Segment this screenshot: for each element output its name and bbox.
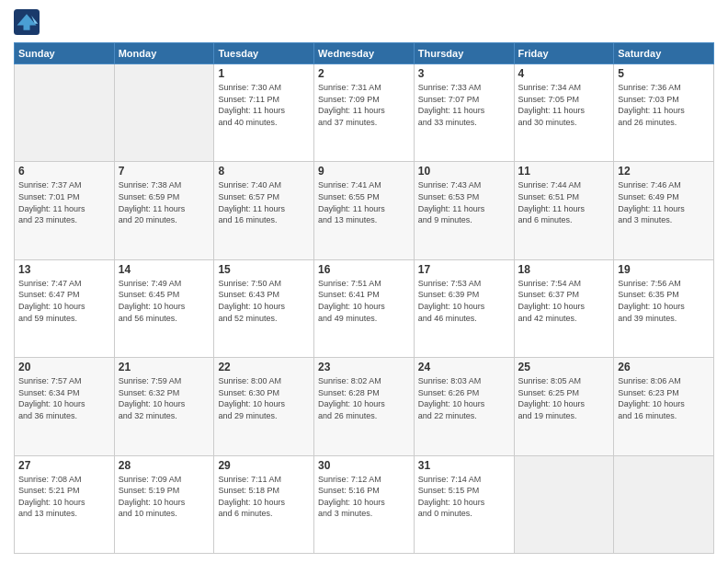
day-cell: 15Sunrise: 7:50 AMSunset: 6:43 PMDayligh…	[214, 259, 314, 357]
day-cell	[15, 64, 115, 162]
day-cell: 28Sunrise: 7:09 AMSunset: 5:19 PMDayligh…	[114, 455, 214, 553]
weekday-thursday: Thursday	[414, 43, 514, 64]
day-info: Sunrise: 7:44 AMSunset: 6:51 PMDaylight:…	[518, 179, 610, 225]
day-number: 29	[218, 459, 310, 472]
week-row-4: 20Sunrise: 7:57 AMSunset: 6:34 PMDayligh…	[15, 358, 714, 455]
day-number: 30	[318, 459, 410, 472]
day-cell: 8Sunrise: 7:40 AMSunset: 6:57 PMDaylight…	[214, 162, 314, 259]
day-info: Sunrise: 7:47 AMSunset: 6:47 PMDaylight:…	[18, 278, 110, 324]
day-info: Sunrise: 7:54 AMSunset: 6:37 PMDaylight:…	[518, 278, 610, 324]
day-number: 10	[418, 165, 510, 178]
day-info: Sunrise: 7:36 AMSunset: 7:03 PMDaylight:…	[618, 82, 710, 128]
week-row-3: 13Sunrise: 7:47 AMSunset: 6:47 PMDayligh…	[15, 259, 714, 357]
day-number: 9	[318, 165, 410, 178]
day-info: Sunrise: 7:34 AMSunset: 7:05 PMDaylight:…	[518, 82, 610, 128]
day-info: Sunrise: 7:49 AMSunset: 6:45 PMDaylight:…	[119, 278, 210, 324]
weekday-wednesday: Wednesday	[314, 43, 415, 64]
day-number: 13	[18, 263, 110, 276]
day-cell: 11Sunrise: 7:44 AMSunset: 6:51 PMDayligh…	[514, 162, 614, 259]
day-info: Sunrise: 7:37 AMSunset: 7:01 PMDaylight:…	[18, 179, 110, 225]
day-number: 16	[318, 263, 410, 276]
weekday-header-row: SundayMondayTuesdayWednesdayThursdayFrid…	[15, 43, 714, 64]
logo	[14, 9, 43, 35]
day-info: Sunrise: 7:40 AMSunset: 6:57 PMDaylight:…	[218, 179, 310, 225]
day-number: 23	[318, 361, 410, 373]
day-cell: 3Sunrise: 7:33 AMSunset: 7:07 PMDaylight…	[414, 64, 514, 162]
day-info: Sunrise: 7:08 AMSunset: 5:21 PMDaylight:…	[18, 474, 110, 520]
day-number: 4	[518, 67, 610, 80]
day-number: 7	[119, 165, 210, 178]
day-info: Sunrise: 7:46 AMSunset: 6:49 PMDaylight:…	[618, 179, 710, 225]
day-info: Sunrise: 7:53 AMSunset: 6:39 PMDaylight:…	[418, 278, 510, 324]
day-cell: 31Sunrise: 7:14 AMSunset: 5:15 PMDayligh…	[414, 455, 514, 553]
day-cell: 26Sunrise: 8:06 AMSunset: 6:23 PMDayligh…	[614, 358, 714, 455]
day-info: Sunrise: 7:09 AMSunset: 5:19 PMDaylight:…	[119, 474, 210, 520]
weekday-sunday: Sunday	[15, 43, 115, 64]
day-number: 20	[18, 361, 110, 373]
day-info: Sunrise: 8:00 AMSunset: 6:30 PMDaylight:…	[218, 375, 310, 421]
weekday-friday: Friday	[514, 43, 614, 64]
weekday-saturday: Saturday	[614, 43, 714, 64]
day-number: 3	[418, 67, 510, 80]
day-info: Sunrise: 7:57 AMSunset: 6:34 PMDaylight:…	[18, 375, 110, 421]
day-info: Sunrise: 7:59 AMSunset: 6:32 PMDaylight:…	[119, 375, 210, 421]
day-info: Sunrise: 7:31 AMSunset: 7:09 PMDaylight:…	[318, 82, 410, 128]
day-cell: 21Sunrise: 7:59 AMSunset: 6:32 PMDayligh…	[114, 358, 214, 455]
day-info: Sunrise: 8:02 AMSunset: 6:28 PMDaylight:…	[318, 375, 410, 421]
day-number: 28	[119, 459, 210, 472]
day-cell	[114, 64, 214, 162]
day-cell	[614, 455, 714, 553]
logo-icon	[14, 9, 40, 35]
day-number: 2	[318, 67, 410, 80]
day-number: 19	[618, 263, 710, 276]
day-cell: 16Sunrise: 7:51 AMSunset: 6:41 PMDayligh…	[314, 259, 415, 357]
day-number: 27	[18, 459, 110, 472]
day-number: 21	[119, 361, 210, 373]
day-cell: 24Sunrise: 8:03 AMSunset: 6:26 PMDayligh…	[414, 358, 514, 455]
day-number: 26	[618, 361, 710, 373]
day-info: Sunrise: 8:03 AMSunset: 6:26 PMDaylight:…	[418, 375, 510, 421]
day-number: 8	[218, 165, 310, 178]
day-number: 6	[18, 165, 110, 178]
day-cell: 1Sunrise: 7:30 AMSunset: 7:11 PMDaylight…	[214, 64, 314, 162]
day-cell: 10Sunrise: 7:43 AMSunset: 6:53 PMDayligh…	[414, 162, 514, 259]
day-info: Sunrise: 7:30 AMSunset: 7:11 PMDaylight:…	[218, 82, 310, 128]
week-row-2: 6Sunrise: 7:37 AMSunset: 7:01 PMDaylight…	[15, 162, 714, 259]
header	[14, 9, 714, 35]
day-cell: 4Sunrise: 7:34 AMSunset: 7:05 PMDaylight…	[514, 64, 614, 162]
day-info: Sunrise: 7:14 AMSunset: 5:15 PMDaylight:…	[418, 474, 510, 520]
day-cell: 2Sunrise: 7:31 AMSunset: 7:09 PMDaylight…	[314, 64, 415, 162]
day-cell: 14Sunrise: 7:49 AMSunset: 6:45 PMDayligh…	[114, 259, 214, 357]
weekday-tuesday: Tuesday	[214, 43, 314, 64]
day-info: Sunrise: 7:50 AMSunset: 6:43 PMDaylight:…	[218, 278, 310, 324]
day-cell: 25Sunrise: 8:05 AMSunset: 6:25 PMDayligh…	[514, 358, 614, 455]
day-info: Sunrise: 7:33 AMSunset: 7:07 PMDaylight:…	[418, 82, 510, 128]
day-info: Sunrise: 7:51 AMSunset: 6:41 PMDaylight:…	[318, 278, 410, 324]
day-info: Sunrise: 7:41 AMSunset: 6:55 PMDaylight:…	[318, 179, 410, 225]
day-info: Sunrise: 8:06 AMSunset: 6:23 PMDaylight:…	[618, 375, 710, 421]
day-cell	[514, 455, 614, 553]
day-number: 14	[119, 263, 210, 276]
day-number: 18	[518, 263, 610, 276]
day-cell: 13Sunrise: 7:47 AMSunset: 6:47 PMDayligh…	[15, 259, 115, 357]
day-number: 1	[218, 67, 310, 80]
day-number: 22	[218, 361, 310, 373]
day-number: 31	[418, 459, 510, 472]
day-number: 11	[518, 165, 610, 178]
day-cell: 18Sunrise: 7:54 AMSunset: 6:37 PMDayligh…	[514, 259, 614, 357]
day-cell: 7Sunrise: 7:38 AMSunset: 6:59 PMDaylight…	[114, 162, 214, 259]
week-row-1: 1Sunrise: 7:30 AMSunset: 7:11 PMDaylight…	[15, 64, 714, 162]
day-cell: 9Sunrise: 7:41 AMSunset: 6:55 PMDaylight…	[314, 162, 415, 259]
day-cell: 20Sunrise: 7:57 AMSunset: 6:34 PMDayligh…	[15, 358, 115, 455]
day-info: Sunrise: 7:38 AMSunset: 6:59 PMDaylight:…	[119, 179, 210, 225]
day-info: Sunrise: 7:43 AMSunset: 6:53 PMDaylight:…	[418, 179, 510, 225]
day-info: Sunrise: 7:56 AMSunset: 6:35 PMDaylight:…	[618, 278, 710, 324]
day-cell: 17Sunrise: 7:53 AMSunset: 6:39 PMDayligh…	[414, 259, 514, 357]
day-number: 15	[218, 263, 310, 276]
day-cell: 22Sunrise: 8:00 AMSunset: 6:30 PMDayligh…	[214, 358, 314, 455]
day-cell: 29Sunrise: 7:11 AMSunset: 5:18 PMDayligh…	[214, 455, 314, 553]
day-info: Sunrise: 8:05 AMSunset: 6:25 PMDaylight:…	[518, 375, 610, 421]
day-number: 5	[618, 67, 710, 80]
day-info: Sunrise: 7:12 AMSunset: 5:16 PMDaylight:…	[318, 474, 410, 520]
calendar-table: SundayMondayTuesdayWednesdayThursdayFrid…	[14, 42, 714, 554]
